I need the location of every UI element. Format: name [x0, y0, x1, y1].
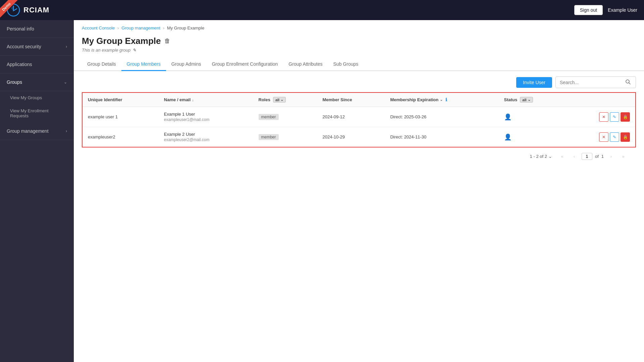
- sign-out-button[interactable]: Sign out: [574, 5, 603, 15]
- cell-member-since: 2024-09-12: [317, 107, 385, 127]
- edit-subtitle-icon[interactable]: ✎: [132, 48, 136, 53]
- col-member-since: Member Since: [317, 93, 385, 107]
- edit-member-button[interactable]: ✎: [610, 132, 619, 142]
- expiration-date: 2025-03-26: [404, 114, 427, 119]
- cell-unique-id: exampleuser2: [82, 127, 159, 147]
- search-input[interactable]: [556, 77, 623, 87]
- roles-filter-badge[interactable]: all ⌄: [273, 97, 286, 103]
- cell-role: member: [253, 107, 317, 127]
- sort-desc-icon[interactable]: ⌄: [440, 98, 443, 102]
- pagination: 1 - 2 of 2 ⌄ « ‹ of 1 › »: [82, 147, 636, 165]
- breadcrumb-account-console[interactable]: Account Console: [82, 25, 115, 31]
- pagination-summary: 1 - 2 of 2 ⌄: [530, 154, 552, 159]
- status-filter-badge[interactable]: all ⌄: [520, 97, 533, 103]
- user-display-name: Example User: [608, 7, 637, 13]
- main-layout: Personal info Account security › Applica…: [0, 20, 644, 362]
- tab-group-enrollment-config[interactable]: Group Enrollment Configuration: [206, 58, 283, 71]
- expiration-prefix: Direct:: [390, 114, 403, 119]
- chevron-down-icon[interactable]: ⌄: [548, 154, 552, 159]
- user-name: Example 2 User: [164, 132, 248, 137]
- total-pages: 1: [601, 154, 604, 159]
- cell-actions: ✕ ✎ 🔒: [565, 107, 636, 127]
- prev-page-button[interactable]: ‹: [570, 152, 579, 161]
- logo-text: RCIAM: [23, 6, 49, 14]
- sidebar-item-enrollment-requests[interactable]: View My Enrollment Requests: [0, 104, 74, 122]
- page-title-row: My Group Example 🗑: [82, 36, 636, 46]
- sidebar-item-groups[interactable]: Groups ⌄: [0, 73, 74, 91]
- tab-group-details[interactable]: Group Details: [82, 58, 121, 71]
- invite-user-button[interactable]: Invite User: [516, 77, 552, 88]
- col-roles: Roles all ⌄: [253, 93, 317, 107]
- cell-name-email: Example 1 User exampleuser1@mail.com: [159, 107, 253, 127]
- user-email: exampleuser1@mail.com: [164, 117, 248, 122]
- chevron-right-icon: ›: [66, 129, 67, 133]
- col-membership-expiration: Membership Expiration ⌄ ℹ: [385, 93, 498, 107]
- table-row: example user 1 Example 1 User exampleuse…: [82, 107, 636, 127]
- sidebar-item-personal-info[interactable]: Personal info: [0, 20, 74, 38]
- status-active-icon: 👤: [504, 134, 512, 140]
- expiration-info-icon[interactable]: ℹ: [445, 97, 447, 102]
- col-status: Status all ⌄: [499, 93, 565, 107]
- sidebar: Personal info Account security › Applica…: [0, 20, 74, 362]
- page-header: My Group Example 🗑 This is an example gr…: [74, 33, 644, 58]
- table-area: Invite User ✕: [74, 71, 644, 362]
- sidebar-item-applications[interactable]: Applications: [0, 56, 74, 73]
- navbar: Demo RCIAM Sign out Example User: [0, 0, 644, 20]
- members-table: Unique Identifier Name / email ↓ Roles: [82, 92, 636, 147]
- cell-status: 👤: [499, 127, 565, 147]
- chevron-down-icon: ⌄: [528, 98, 531, 102]
- search-clear-button[interactable]: ✕: [633, 77, 636, 88]
- user-name: Example 1 User: [164, 112, 248, 117]
- page-number-input[interactable]: [582, 153, 592, 160]
- expiration-prefix: Direct:: [390, 134, 403, 139]
- tab-group-attributes[interactable]: Group Attributes: [283, 58, 328, 71]
- action-buttons: ✕ ✎ 🔒: [571, 112, 630, 122]
- page-subtitle: This is an example group ✎: [82, 48, 636, 53]
- tabs: Group Details Group Members Group Admins…: [74, 58, 644, 71]
- cell-expiration: Direct: 2025-03-26: [385, 107, 498, 127]
- content-area: Account Console › Group management › My …: [74, 20, 644, 362]
- chevron-right-icon: ›: [66, 44, 67, 49]
- breadcrumb: Account Console › Group management › My …: [74, 20, 644, 33]
- edit-member-button[interactable]: ✎: [610, 112, 619, 122]
- svg-line-2: [629, 83, 630, 84]
- breadcrumb-group-management[interactable]: Group management: [121, 25, 160, 31]
- cell-member-since: 2024-10-29: [317, 127, 385, 147]
- sidebar-sub-item-label: View My Enrollment Requests: [10, 108, 64, 118]
- sidebar-item-view-my-groups[interactable]: View My Groups: [0, 91, 74, 104]
- sidebar-item-label: Applications: [7, 62, 32, 67]
- sidebar-item-label: Groups: [7, 79, 22, 85]
- table-toolbar: Invite User ✕: [82, 76, 636, 88]
- breadcrumb-sep-2: ›: [163, 26, 164, 31]
- lock-member-button[interactable]: 🔒: [621, 112, 630, 122]
- lock-member-button[interactable]: 🔒: [621, 132, 630, 142]
- search-submit-button[interactable]: [623, 77, 633, 88]
- search-wrapper: ✕: [555, 76, 636, 88]
- page-of-label: of: [595, 154, 599, 159]
- expiration-date: 2024-11-30: [404, 134, 427, 139]
- tab-group-admins[interactable]: Group Admins: [166, 58, 207, 71]
- sidebar-item-group-management[interactable]: Group management ›: [0, 122, 74, 140]
- breadcrumb-sep-1: ›: [117, 26, 119, 31]
- sidebar-sub-item-label: View My Groups: [10, 95, 42, 100]
- sidebar-item-account-security[interactable]: Account security ›: [0, 38, 74, 56]
- sidebar-item-label: Account security: [7, 44, 41, 49]
- cell-expiration: Direct: 2024-11-30: [385, 127, 498, 147]
- cell-status: 👤: [499, 107, 565, 127]
- next-page-button[interactable]: ›: [606, 152, 616, 161]
- last-page-button[interactable]: »: [619, 152, 628, 161]
- tab-group-members[interactable]: Group Members: [121, 58, 166, 71]
- delete-icon[interactable]: 🗑: [164, 38, 170, 45]
- remove-member-button[interactable]: ✕: [599, 132, 608, 142]
- tab-sub-groups[interactable]: Sub Groups: [328, 58, 364, 71]
- table-header-row: Unique Identifier Name / email ↓ Roles: [82, 93, 636, 107]
- first-page-button[interactable]: «: [557, 152, 567, 161]
- search-icon: [625, 79, 631, 84]
- sidebar-item-label: Group management: [7, 128, 49, 134]
- remove-member-button[interactable]: ✕: [599, 112, 608, 122]
- user-email: exampleuser2@mail.com: [164, 137, 248, 142]
- chevron-down-icon: ⌄: [64, 80, 67, 84]
- cell-unique-id: example user 1: [82, 107, 159, 127]
- role-badge: member: [259, 114, 279, 120]
- sort-icon[interactable]: ↓: [192, 98, 194, 102]
